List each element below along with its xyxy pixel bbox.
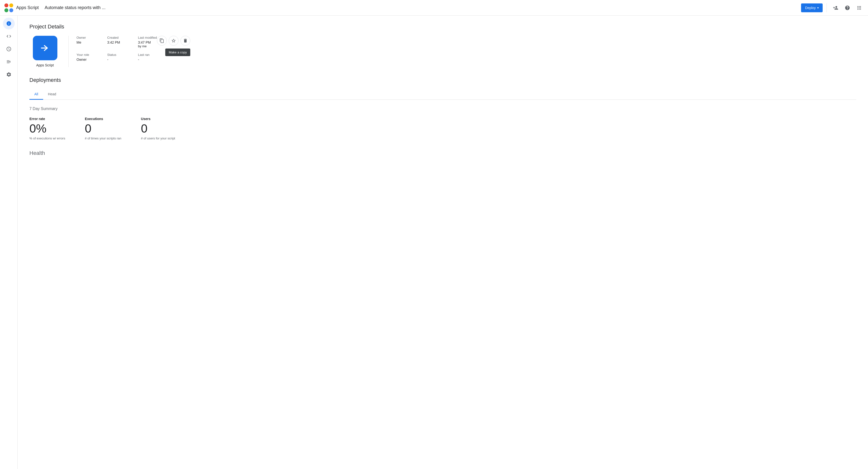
users-value: 0 (141, 123, 175, 135)
apps-grid-button[interactable] (854, 3, 864, 13)
deploy-button[interactable]: Deploy ▾ (801, 3, 823, 12)
error-rate-value: 0% (29, 123, 65, 135)
executions-desc: # of times your scripts ran (85, 136, 121, 140)
main-content: Project Details Apps Script Owner Me Cre (18, 16, 868, 469)
stat-error-rate: Error rate 0% % of executions w/ errors (29, 117, 65, 140)
project-logo-label: Apps Script (36, 63, 54, 67)
copy-button[interactable] (157, 36, 167, 45)
trash-icon (183, 38, 188, 43)
executions-label: Executions (85, 117, 121, 121)
sidebar-item-triggers[interactable] (3, 43, 15, 55)
project-title: Automate status reports with ... (44, 5, 801, 10)
header-right: Deploy ▾ (801, 3, 864, 13)
project-details-section: Project Details Apps Script Owner Me Cre (29, 24, 856, 67)
users-label: Users (141, 117, 175, 121)
project-details-card: Apps Script Owner Me Created 3:42 PM Las… (29, 36, 856, 67)
svg-point-0 (4, 3, 8, 7)
owner-value: Me (76, 40, 95, 44)
settings-icon (6, 72, 11, 77)
health-title: Health (29, 150, 856, 156)
copy-icon (159, 38, 164, 43)
executions-value: 0 (85, 123, 121, 135)
tab-all[interactable]: All (29, 89, 43, 100)
meta-owner: Owner Me (76, 36, 95, 48)
summary-title: 7 Day Summary (29, 107, 856, 111)
triggers-icon (6, 46, 11, 52)
stat-executions: Executions 0 # of times your scripts ran (85, 117, 121, 140)
last-ran-label: Last ran (138, 53, 157, 57)
status-label: Status (107, 53, 126, 57)
apps-grid-icon (857, 5, 862, 10)
deployments-title: Deployments (29, 77, 856, 83)
deploy-chevron-icon: ▾ (817, 6, 819, 9)
your-role-value: Owner (76, 58, 95, 62)
stats-row: Error rate 0% % of executions w/ errors … (29, 117, 856, 140)
status-value: - (107, 58, 126, 62)
meta-status: Status - (107, 53, 126, 62)
sidebar-item-overview[interactable] (3, 18, 15, 29)
your-role-label: Your role (76, 53, 95, 57)
last-modified-label: Last modified (138, 36, 157, 39)
users-desc: # of users for your script (141, 136, 175, 140)
project-meta: Owner Me Created 3:42 PM Last modified 3… (76, 36, 157, 62)
svg-point-3 (9, 8, 13, 12)
svg-point-1 (9, 3, 13, 7)
owner-label: Owner (76, 36, 95, 39)
sidebar-item-editor[interactable] (3, 30, 15, 42)
top-header: Apps Script Automate status reports with… (0, 0, 868, 16)
add-person-button[interactable] (831, 3, 840, 13)
last-ran-value: - (138, 58, 157, 62)
sidebar (0, 16, 18, 469)
logo-area: Apps Script (4, 3, 39, 13)
star-button[interactable] (169, 36, 179, 45)
last-modified-by: by me (138, 44, 157, 48)
project-icon-area: Apps Script (29, 36, 69, 67)
action-icons: Make a copy (157, 36, 190, 45)
executions-icon (6, 59, 11, 64)
error-rate-label: Error rate (29, 117, 65, 121)
tab-head[interactable]: Head (43, 89, 61, 100)
created-label: Created (107, 36, 126, 39)
project-arrow-icon (39, 42, 51, 54)
sidebar-item-executions[interactable] (3, 56, 15, 68)
help-button[interactable] (842, 3, 852, 13)
meta-last-ran: Last ran - (138, 53, 157, 62)
add-person-icon (833, 5, 838, 10)
stat-users: Users 0 # of users for your script (141, 117, 175, 140)
project-logo (33, 36, 57, 60)
make-copy-tooltip: Make a copy (165, 48, 190, 56)
project-details-title: Project Details (29, 24, 856, 30)
svg-point-2 (4, 8, 8, 12)
created-value: 3:42 PM (107, 40, 126, 44)
meta-created: Created 3:42 PM (107, 36, 126, 48)
header-divider (827, 3, 827, 12)
deployments-section: Deployments All Head 7 Day Summary Error… (29, 77, 856, 156)
last-modified-value: 3:47 PM (138, 40, 157, 44)
sidebar-item-settings[interactable] (3, 69, 15, 80)
delete-button[interactable] (181, 36, 190, 45)
info-icon (6, 21, 11, 26)
meta-last-modified: Last modified 3:47 PM by me (138, 36, 157, 48)
editor-icon (6, 34, 11, 39)
app-title: Apps Script (16, 5, 39, 10)
meta-your-role: Your role Owner (76, 53, 95, 62)
apps-script-logo (4, 3, 14, 13)
error-rate-desc: % of executions w/ errors (29, 136, 65, 140)
star-icon (171, 38, 176, 43)
deployment-tabs: All Head (29, 89, 856, 100)
help-icon (845, 5, 850, 10)
